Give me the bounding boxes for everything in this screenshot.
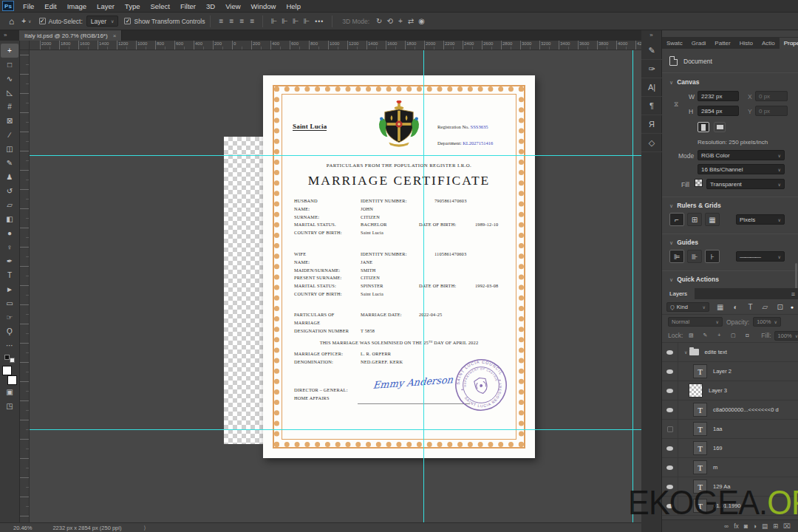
lasso-tool[interactable]: ∿ (1, 72, 18, 86)
distribute-vertical-icon[interactable]: ⊩ (301, 17, 313, 25)
foreground-background-swatches[interactable] (1, 366, 18, 385)
guides-toggle-button[interactable]: ⊫ (669, 250, 684, 263)
x-field[interactable]: 0 px (755, 91, 788, 101)
3d-orbit-icon[interactable]: ↻ (374, 17, 384, 25)
auto-select-target-dropdown[interactable]: Layer ∨ (86, 16, 119, 27)
menu-select[interactable]: Select (145, 1, 174, 11)
color-mode-dropdown[interactable]: RGB Color∨ (698, 150, 785, 160)
horizontal-guide[interactable] (30, 429, 641, 430)
layer-name[interactable]: m (713, 464, 717, 471)
3d-roll-icon[interactable]: ⟲ (384, 17, 395, 25)
link-layers-icon[interactable]: ∞ (724, 522, 729, 530)
layer-visibility-toggle[interactable] (662, 400, 678, 419)
tab-histo[interactable]: Histo (735, 38, 757, 49)
layer-row-m[interactable]: Tm (662, 458, 798, 477)
lock-all-icon[interactable]: ◘ (742, 332, 752, 338)
marquee-tool[interactable]: □ (1, 58, 18, 72)
layer-visibility-toggle[interactable] (662, 343, 678, 361)
auto-select-checkbox[interactable]: ✓ (39, 18, 46, 24)
menu-3d[interactable]: 3D (201, 1, 220, 11)
tab-patter[interactable]: Patter (710, 38, 734, 49)
filter-type-layers-icon[interactable]: T (745, 303, 755, 311)
mini-foreground-background-swatches[interactable] (4, 354, 16, 363)
distribute-right-icon[interactable]: ⊩ (290, 17, 301, 25)
3d-slide-icon[interactable]: ⇄ (406, 17, 416, 25)
layer-effects-icon[interactable]: fx (734, 522, 739, 530)
type-tool[interactable]: T (1, 268, 18, 282)
group-expand-caret[interactable]: ∨ (684, 349, 687, 355)
home-icon[interactable]: ⌂ (9, 16, 14, 27)
move-tool[interactable]: + (1, 44, 18, 58)
guide-style-dropdown[interactable]: ————∨ (736, 251, 785, 262)
layer-name[interactable]: c8a0000000...<<<<<<<0 d (713, 406, 779, 413)
history-brush-tool[interactable]: ↺ (1, 184, 18, 198)
character-panel-icon[interactable]: A| (641, 78, 662, 97)
vertical-guide[interactable] (632, 50, 633, 522)
rulers-grids-section-header[interactable]: ∨Rulers & Grids (669, 202, 721, 209)
pen-tool[interactable]: ✒ (1, 254, 18, 268)
layer-name[interactable]: Layer 2 (713, 368, 732, 375)
blur-tool[interactable]: ● (1, 226, 18, 240)
menu-edit[interactable]: Edit (39, 1, 61, 11)
guides-section-header[interactable]: ∨Guides (669, 239, 698, 246)
new-group-icon[interactable]: ▤ (762, 522, 768, 530)
distribute-center-icon[interactable]: ⊩ (279, 17, 290, 25)
zoom-tool[interactable]: Ϙ (1, 324, 18, 338)
healing-brush-tool[interactable]: ◫ (1, 142, 18, 156)
align-right-edges-icon[interactable]: ≡ (236, 17, 247, 25)
frame-tool[interactable]: ⊠ (1, 114, 18, 128)
clone-stamp-tool[interactable]: ♟ (1, 170, 18, 184)
bit-depth-dropdown[interactable]: 16 Bits/Channel∨ (698, 164, 785, 174)
expand-panels-icon[interactable]: » (641, 30, 661, 41)
layer-name[interactable]: 1aa (713, 426, 723, 432)
canvas-area[interactable]: 2000180016001400120010008006004002000200… (20, 41, 641, 522)
layer-visibility-toggle[interactable] (662, 420, 678, 438)
tab-properties[interactable]: Properties (780, 38, 798, 49)
layer-row-layer-2[interactable]: TLayer 2 (662, 362, 798, 381)
layer-visibility-toggle[interactable] (662, 362, 678, 381)
text-layer-thumbnail[interactable]: T (693, 403, 707, 417)
horizontal-guide[interactable] (30, 155, 641, 156)
top-ruler[interactable]: 2000180016001400120010008006004002000200… (30, 41, 641, 50)
rulers-toggle-button[interactable]: ⌐ (669, 213, 684, 226)
menu-type[interactable]: Type (120, 1, 146, 11)
filter-pixel-layers-icon[interactable]: ▦ (715, 303, 726, 311)
text-layer-thumbnail[interactable]: T (693, 422, 707, 436)
smart-guides-button[interactable]: ⊪ (687, 250, 702, 263)
width-field[interactable]: 2232 px (698, 91, 739, 101)
layer-visibility-toggle[interactable] (662, 439, 678, 457)
crop-tool[interactable]: # (1, 100, 18, 114)
quick-actions-section-header[interactable]: ∨Quick Actions (669, 276, 719, 283)
hand-tool[interactable]: ☞ (1, 310, 18, 324)
object-selection-tool[interactable]: ◺ (1, 86, 18, 100)
lock-transparent-pixels-icon[interactable]: ▨ (686, 332, 696, 338)
menu-help[interactable]: Help (281, 1, 306, 11)
filter-toggle-icon[interactable]: ● (791, 304, 794, 310)
grid-toggle-button[interactable]: ⊞ (687, 213, 702, 226)
menu-layer[interactable]: Layer (92, 1, 120, 11)
link-dimensions-icon[interactable]: ⧖ (674, 100, 678, 109)
3d-pan-icon[interactable]: + (395, 17, 406, 25)
layer-fill-field[interactable]: 100%∨ (774, 331, 798, 341)
lock-artboard-icon[interactable]: ▢ (728, 332, 738, 338)
layer-row-1aa[interactable]: T1aa (662, 420, 798, 439)
lock-position-icon[interactable]: + (714, 332, 724, 338)
tab-actio[interactable]: Actio (757, 38, 780, 49)
y-field[interactable]: 0 px (755, 106, 788, 116)
layer-row-169[interactable]: T169 (662, 439, 798, 458)
tab-gradi[interactable]: Gradi (687, 38, 711, 49)
portrait-orientation-button[interactable] (698, 122, 709, 132)
menu-window[interactable]: Window (246, 1, 282, 11)
edit-toolbar-ellipsis[interactable]: ⋯ (1, 338, 18, 352)
layer-filter-kind-dropdown[interactable]: ϘKind ∨ (666, 302, 709, 312)
eyedropper-tool[interactable]: ∕ (1, 128, 18, 142)
align-left-edges-icon[interactable]: ≡ (216, 17, 226, 25)
layer-row-c8a0000000-0-d[interactable]: Tc8a0000000...<<<<<<<0 d (662, 400, 798, 420)
3d-panel-icon[interactable]: ◇ (641, 134, 662, 152)
adjustment-layer-icon[interactable]: ◑ (753, 522, 757, 530)
text-layer-thumbnail[interactable]: T (693, 460, 707, 474)
status-chevron-icon[interactable]: ⟩ (143, 525, 146, 531)
brush-tool[interactable]: ✎ (1, 156, 18, 170)
text-layer-thumbnail[interactable]: T (693, 441, 707, 455)
layer-name[interactable]: edite text (704, 349, 726, 355)
